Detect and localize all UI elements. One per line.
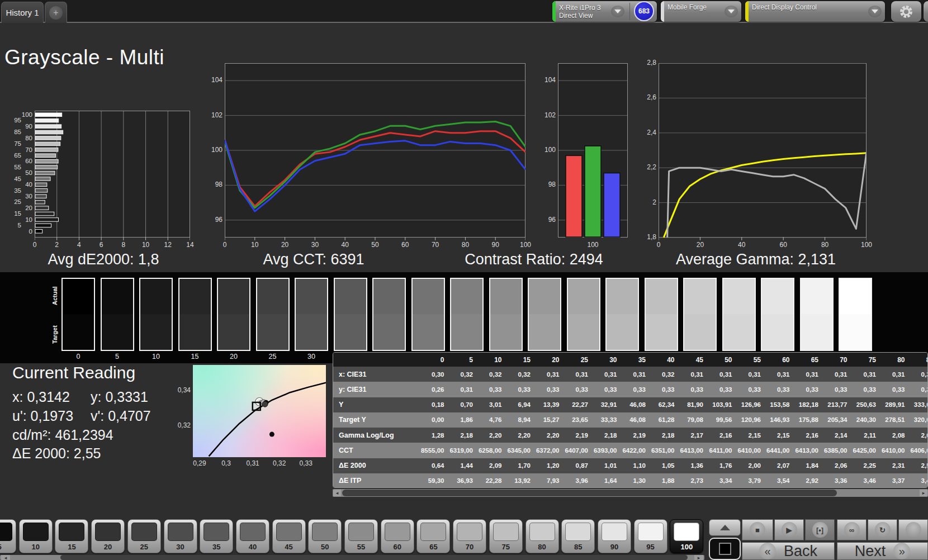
table-cell: 120,96 [735,412,764,428]
level-button-45[interactable]: 45 [272,519,306,553]
table-cell: 0,33 [821,382,850,397]
reading-y: y: 0,3331 [91,389,148,405]
app-window: History 1 + X-Rite i1Pro 3 Direct View 6… [0,0,928,560]
level-button-25[interactable]: 25 [127,519,161,553]
grayscale-patch-label: 15 [177,353,213,360]
meter-direct-display-control-dropdown[interactable]: Direct Display Control [745,1,885,22]
level-button-90[interactable]: 90 [598,519,631,553]
settings-button[interactable] [891,1,921,22]
axis-tick-label: 40 [734,241,750,249]
table-cell: 0,31 [533,367,562,382]
level-swatch [276,523,302,541]
axis-tick-label: 10 [247,241,263,249]
page-title: Grayscale - Multi [4,46,164,69]
tab-history-1[interactable]: History 1 [1,2,44,23]
level-button-70[interactable]: 70 [453,519,486,553]
axis-tick-label: 90 [487,241,503,249]
bar-red [566,155,582,237]
axis-tick-label: 0 [651,241,666,249]
level-button-label: 70 [453,543,486,551]
level-button-label: 15 [55,543,88,551]
scroll-left-icon[interactable]: ◂ [333,490,341,496]
pattern-window-button[interactable] [709,538,741,560]
level-button-label: 5 [0,543,16,551]
axis-tick-label: 8 [117,241,130,249]
scrollbar-thumb[interactable] [60,555,688,560]
grayscale-patch [683,278,717,351]
chevron-down-icon[interactable] [868,6,882,17]
table-row-label: CCT [333,443,418,458]
play-button[interactable]: ▶ [774,519,804,540]
table-cell: 6411,00 [706,443,735,458]
level-button-20[interactable]: 20 [91,519,125,553]
new-tab-button[interactable]: + [45,2,67,23]
table-cell: 126,96 [735,397,764,412]
table-cell: 1,84 [793,458,822,473]
continuous-measure-button[interactable]: ∞ [837,519,867,540]
table-row-label: x: CIE31 [333,367,418,382]
table-row: Gamma Log/Log1,282,182,202,202,202,192,1… [333,428,928,443]
refresh-button[interactable]: ↻ [868,519,897,540]
level-button-55[interactable]: 55 [344,519,378,553]
level-swatch [312,523,338,541]
chevron-down-icon[interactable] [725,6,738,17]
next-chevron-icon: » [893,543,910,559]
table-cell: 2,20 [476,428,505,443]
meter-mobile-forge-dropdown[interactable]: Mobile Forge [661,1,741,22]
axis-tick-label: 60 [397,241,413,249]
grayscale-patch [372,278,406,351]
level-button-5[interactable]: 5 [0,519,16,553]
level-button-50[interactable]: 50 [308,519,342,553]
chevron-down-icon[interactable] [611,6,624,17]
level-button-30[interactable]: 30 [164,519,197,553]
axis-tick-label: 102 [534,111,556,119]
single-measure-icon: [•] [812,522,828,538]
extra-control-button[interactable] [898,519,928,540]
level-button-label: 40 [236,543,269,551]
level-button-15[interactable]: 15 [55,519,88,553]
scroll-left-icon[interactable]: ◂ [1,555,10,560]
axis-tick-label: 2 [635,198,656,206]
table-cell: 0,00 [418,412,447,428]
level-button-10[interactable]: 10 [19,519,53,553]
table-cell: 1,20 [533,458,562,473]
plus-icon: + [49,6,63,20]
level-button-35[interactable]: 35 [200,519,233,553]
stop-button[interactable]: ■ [742,519,773,540]
level-button-85[interactable]: 85 [561,519,595,553]
level-button-60[interactable]: 60 [381,519,414,553]
avg-cct-readout: Avg CCT: 6391 [263,251,364,268]
level-swatch [529,523,555,541]
next-button[interactable]: Next » [837,542,928,560]
level-button-40[interactable]: 40 [236,519,269,553]
level-button-65[interactable]: 65 [416,519,450,553]
back-button[interactable]: « Back [742,542,835,560]
level-button-label: 75 [490,543,522,551]
scrollbar-thumb[interactable] [342,490,837,496]
expand-panel-button[interactable] [709,519,741,536]
level-button-100[interactable]: 100 [670,519,703,553]
scroll-right-icon[interactable]: ▸ [920,490,927,496]
table-cell: 2,08 [879,428,908,443]
level-button-80[interactable]: 80 [525,519,559,553]
table-cell: 320,02 [908,412,928,428]
level-row-scrollbar[interactable]: ◂ ▸ [0,555,704,560]
table-cell: 2,00 [735,458,764,473]
axis-tick-label: 104 [534,76,556,84]
single-measure-button[interactable]: [•] [805,519,835,540]
level-button-75[interactable]: 75 [489,519,523,553]
meter-xrite-dropdown[interactable]: X-Rite i1Pro 3 Direct View 683 [552,1,657,22]
avg-de2000-readout: Avg dE2000: 1,8 [48,251,159,268]
collapse-panel-button[interactable] [924,1,928,22]
table-cell: 153,58 [764,397,793,412]
table-cell: 0,31 [735,367,764,382]
scroll-right-icon[interactable]: ▸ [694,555,703,560]
level-button-label: 60 [381,543,414,551]
table-cell: 15,27 [533,412,562,428]
table-cell: 6410,00 [879,443,908,458]
table-scrollbar[interactable]: ◂ ▸ [333,489,928,497]
axis-tick-label: 96 [534,216,556,224]
level-button-95[interactable]: 95 [634,519,667,553]
table-cell: 1,05 [648,458,678,473]
strip-row-label-target: Target [51,317,58,352]
